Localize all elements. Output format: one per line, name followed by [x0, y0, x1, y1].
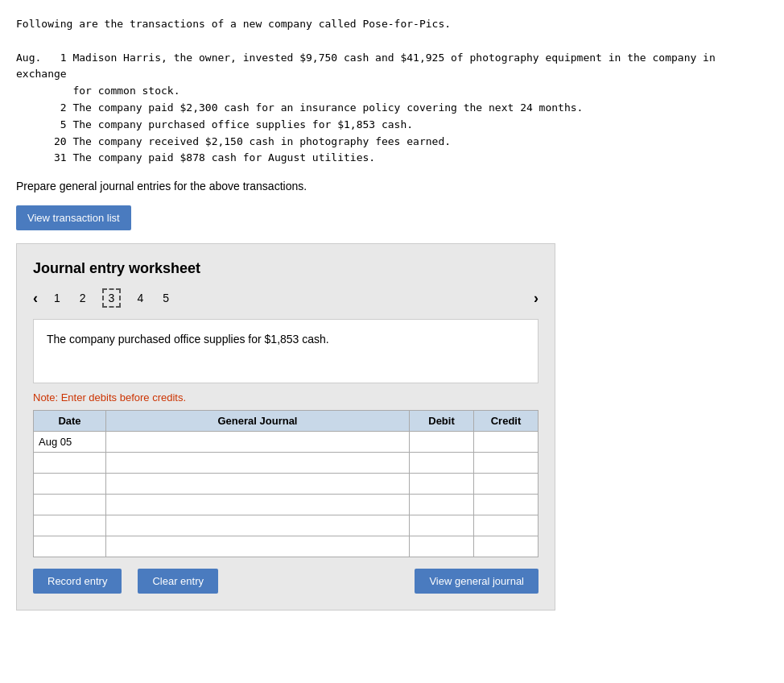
journal-cell-1[interactable]	[106, 432, 410, 453]
view-transaction-button[interactable]: View transaction list	[16, 205, 131, 230]
journal-input-4[interactable]	[106, 495, 409, 515]
table-row	[34, 474, 538, 495]
credit-cell-1[interactable]	[474, 432, 538, 453]
debit-input-3[interactable]	[410, 474, 473, 494]
credit-input-4[interactable]	[474, 495, 538, 515]
intro-paragraph: Following are the transactions of a new …	[16, 16, 768, 167]
credit-cell-2[interactable]	[474, 453, 538, 474]
record-entry-button[interactable]: Record entry	[33, 569, 122, 594]
nav-numbers: 1 2 3 4 5	[51, 288, 172, 308]
debit-cell-2[interactable]	[410, 453, 474, 474]
credit-input-3[interactable]	[474, 474, 538, 494]
note-text: Note: Enter debits before credits.	[33, 391, 538, 404]
debit-cell-6[interactable]	[410, 536, 474, 557]
journal-input-1[interactable]	[106, 432, 409, 452]
date-cell-1: Aug 05	[34, 432, 106, 453]
clear-entry-button[interactable]: Clear entry	[138, 569, 218, 594]
debit-input-4[interactable]	[410, 495, 473, 515]
journal-table: Date General Journal Debit Credit Aug 05	[33, 410, 538, 557]
date-cell-2	[34, 453, 106, 474]
journal-input-3[interactable]	[106, 474, 409, 494]
nav-num-2[interactable]: 2	[76, 290, 89, 306]
credit-cell-5[interactable]	[474, 515, 538, 536]
prepare-instructions: Prepare general journal entries for the …	[16, 180, 768, 192]
worksheet-title: Journal entry worksheet	[33, 260, 538, 277]
journal-cell-6[interactable]	[106, 536, 410, 557]
col-header-debit: Debit	[410, 411, 474, 432]
nav-num-4[interactable]: 4	[134, 290, 146, 306]
nav-prev-button[interactable]: ‹	[33, 290, 38, 307]
journal-cell-5[interactable]	[106, 515, 410, 536]
table-row	[34, 515, 538, 536]
credit-input-1[interactable]	[474, 432, 538, 452]
nav-next-button[interactable]: ›	[534, 290, 538, 307]
table-row: Aug 05	[34, 432, 538, 453]
nav-num-3[interactable]: 3	[102, 288, 122, 308]
journal-input-5[interactable]	[106, 515, 409, 536]
journal-input-6[interactable]	[106, 536, 409, 557]
credit-input-2[interactable]	[474, 453, 538, 473]
date-cell-6	[34, 536, 106, 557]
debit-input-2[interactable]	[410, 453, 473, 473]
debit-input-6[interactable]	[410, 536, 473, 557]
transaction-description: The company purchased office supplies fo…	[33, 319, 538, 383]
nav-num-1[interactable]: 1	[51, 290, 64, 306]
debit-cell-3[interactable]	[410, 474, 474, 495]
date-cell-3	[34, 474, 106, 495]
credit-cell-4[interactable]	[474, 495, 538, 515]
credit-input-6[interactable]	[474, 536, 538, 557]
date-cell-4	[34, 495, 106, 515]
journal-cell-3[interactable]	[106, 474, 410, 495]
col-header-date: Date	[34, 411, 106, 432]
debit-cell-4[interactable]	[410, 495, 474, 515]
table-row	[34, 536, 538, 557]
credit-cell-3[interactable]	[474, 474, 538, 495]
debit-cell-1[interactable]	[410, 432, 474, 453]
navigation-row: ‹ 1 2 3 4 5 ›	[33, 288, 538, 308]
table-row	[34, 453, 538, 474]
debit-input-1[interactable]	[410, 432, 473, 452]
bottom-buttons-row: Record entry Clear entry View general jo…	[33, 569, 538, 594]
col-header-credit: Credit	[474, 411, 538, 432]
table-row	[34, 495, 538, 515]
journal-input-2[interactable]	[106, 453, 409, 473]
debit-input-5[interactable]	[410, 515, 473, 536]
col-header-journal: General Journal	[106, 411, 410, 432]
nav-num-5[interactable]: 5	[159, 290, 172, 306]
credit-cell-6[interactable]	[474, 536, 538, 557]
date-cell-5	[34, 515, 106, 536]
journal-entry-worksheet: Journal entry worksheet ‹ 1 2 3 4 5 › Th…	[16, 243, 555, 611]
credit-input-5[interactable]	[474, 515, 538, 536]
journal-cell-4[interactable]	[106, 495, 410, 515]
view-general-journal-button[interactable]: View general journal	[415, 569, 538, 594]
debit-cell-5[interactable]	[410, 515, 474, 536]
journal-cell-2[interactable]	[106, 453, 410, 474]
